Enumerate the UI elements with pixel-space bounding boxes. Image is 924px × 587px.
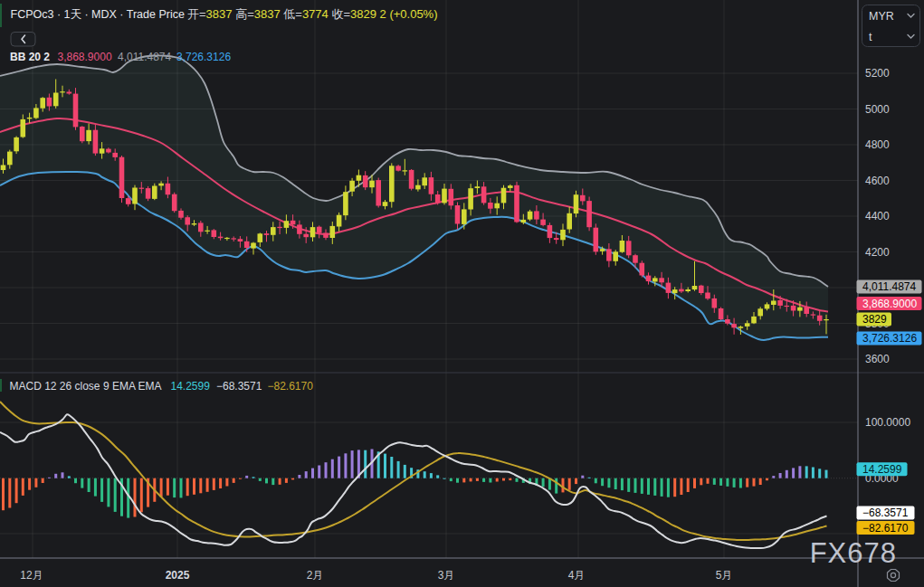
svg-text:14.2599: 14.2599	[171, 380, 211, 393]
svg-text:3月: 3月	[438, 569, 455, 582]
svg-text:MACD 12 26 close 9 EMA EMA: MACD 12 26 close 9 EMA EMA	[10, 380, 162, 393]
svg-text:3,726.3126: 3,726.3126	[862, 332, 917, 345]
svg-text:3,868.9000: 3,868.9000	[862, 298, 917, 310]
svg-text:−82.6170: −82.6170	[862, 522, 909, 535]
svg-text:4200: 4200	[865, 246, 890, 259]
svg-text:MYR: MYR	[869, 10, 894, 23]
svg-text:2月: 2月	[307, 569, 324, 582]
svg-text:3,726.3126: 3,726.3126	[176, 51, 231, 63]
svg-text:3600: 3600	[865, 353, 890, 365]
svg-text:5200: 5200	[865, 67, 890, 80]
svg-text:4600: 4600	[865, 175, 890, 187]
svg-text:4400: 4400	[865, 210, 890, 222]
svg-text:t: t	[869, 31, 872, 43]
svg-text:3829: 3829	[862, 313, 887, 326]
svg-text:100.0000: 100.0000	[865, 416, 910, 429]
svg-text:12月: 12月	[20, 569, 43, 582]
svg-text:2025: 2025	[166, 569, 190, 582]
svg-text:开=3837 高=3837 低=3774 收=3829 2: 开=3837 高=3837 低=3774 收=3829 2 (+0.05%)	[187, 7, 438, 21]
svg-text:4800: 4800	[865, 138, 890, 151]
svg-text:5000: 5000	[865, 103, 890, 116]
svg-text:−82.6170: −82.6170	[268, 380, 314, 393]
svg-text:3,868.9000: 3,868.9000	[58, 51, 112, 63]
svg-text:4,011.4874: 4,011.4874	[118, 51, 171, 63]
svg-text:14.2599: 14.2599	[862, 463, 902, 476]
svg-text:FCPOc3 · 1天 · MDX · Trade Pric: FCPOc3 · 1天 · MDX · Trade Price	[11, 8, 185, 21]
svg-text:5月: 5月	[716, 569, 733, 582]
svg-text:BB 20 2: BB 20 2	[10, 51, 50, 63]
svg-text:4月: 4月	[568, 569, 586, 582]
svg-text:−68.3571: −68.3571	[862, 507, 909, 519]
svg-text:4,011.4874: 4,011.4874	[862, 280, 916, 293]
svg-text:−68.3571: −68.3571	[216, 380, 262, 393]
svg-text:FX678: FX678	[810, 537, 897, 569]
